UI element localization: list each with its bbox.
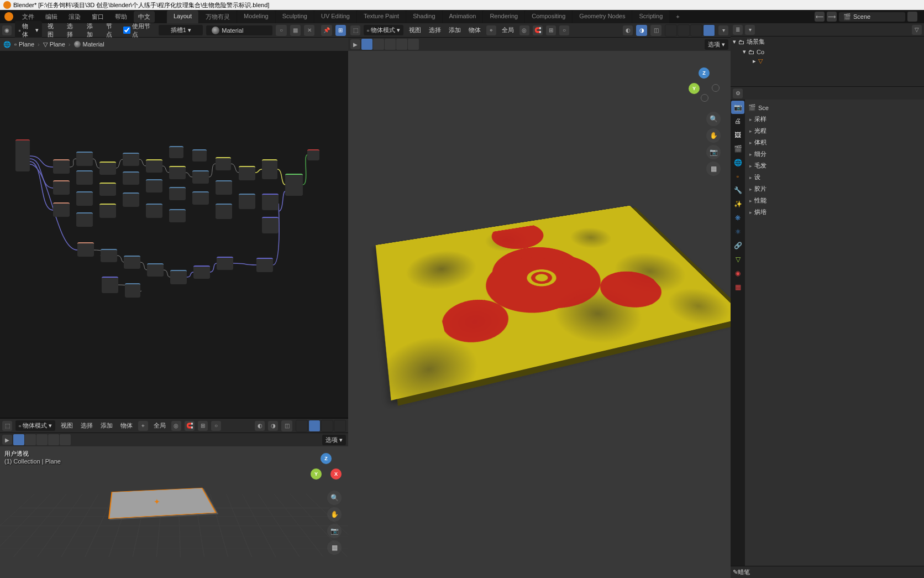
sm3[interactable]: [385, 39, 396, 50]
node-editor-canvas[interactable]: [0, 51, 348, 418]
prop-panel-采样[interactable]: ▸采样: [748, 113, 921, 125]
snap-magnet-icon[interactable]: 🧲: [533, 25, 543, 35]
prop-panel-烘培[interactable]: ▸烘培: [748, 206, 921, 218]
select-mode-5[interactable]: [60, 434, 71, 445]
gizmo-z[interactable]: Z: [699, 67, 710, 79]
vp-menu-add[interactable]: 添加: [98, 420, 115, 431]
shader-node[interactable]: [169, 209, 186, 222]
shader-node[interactable]: [123, 171, 139, 185]
prop-tab-particles[interactable]: ❋: [731, 211, 744, 225]
shader-node[interactable]: [123, 192, 139, 207]
shader-node[interactable]: [193, 265, 210, 279]
shader-node[interactable]: [101, 249, 117, 262]
gizmo-z-icon[interactable]: Z: [321, 453, 332, 464]
shader-node[interactable]: [76, 191, 93, 206]
shader-node[interactable]: [146, 179, 162, 192]
cursor-tool-icon[interactable]: ▶: [2, 435, 12, 445]
workspace-tab-rendering[interactable]: Rendering: [483, 11, 524, 23]
sm5[interactable]: [408, 39, 419, 50]
workspace-tab-layout[interactable]: Layout: [167, 11, 198, 23]
shader-node[interactable]: [262, 159, 277, 179]
pin-icon[interactable]: 📌: [321, 25, 332, 36]
nav-gizmo-main[interactable]: Z Y: [689, 67, 720, 98]
shader-node[interactable]: [239, 194, 255, 209]
prop-tab-scene[interactable]: 🎬: [731, 142, 744, 155]
orientation-icon[interactable]: ⌖: [138, 421, 148, 431]
prop-panel-设[interactable]: ▸设: [748, 171, 921, 183]
persp-icon[interactable]: ▦: [706, 162, 721, 176]
shader-node[interactable]: [146, 159, 162, 173]
vp-menu-select[interactable]: 选择: [78, 420, 95, 431]
props-breadcrumb[interactable]: 🎬 Sce: [748, 102, 921, 113]
scene-selector[interactable]: 🎬 Scene: [839, 12, 905, 22]
outliner-scene-collection[interactable]: ▾ 🗀 场景集: [731, 37, 924, 47]
outliner-tree[interactable]: ▾ 🗀 场景集 ▾ 🗀 Co ▸ ▽: [731, 37, 924, 86]
select-mode-3[interactable]: [36, 434, 48, 445]
orientation-icon[interactable]: ⌖: [486, 25, 496, 35]
gizmo-neg-x[interactable]: [712, 84, 720, 92]
workspace-tab-compositing[interactable]: Compositing: [525, 11, 572, 23]
breadcrumb-plane-obj[interactable]: ▫ Plane: [14, 41, 34, 48]
persp-icon[interactable]: ▦: [327, 540, 342, 555]
gizmo-neg-z[interactable]: [701, 94, 708, 102]
viewport-sm-canvas[interactable]: ✦ 用户透视 (1) Collection | Plane Z Y X 🔍 ✋ …: [0, 446, 348, 578]
sm1[interactable]: [361, 39, 372, 50]
shader-node[interactable]: [53, 159, 70, 174]
editor-type-3dview-icon[interactable]: ⬚: [2, 421, 12, 431]
material-selector[interactable]: Material: [206, 25, 272, 35]
outliner-collection[interactable]: ▾ 🗀 Co: [731, 47, 924, 56]
shader-node[interactable]: [77, 242, 94, 257]
editor-type-outliner-icon[interactable]: ≣: [733, 25, 743, 35]
vpm-menu-select[interactable]: 选择: [427, 25, 443, 35]
snap-mode-icon[interactable]: ⊞: [198, 421, 208, 431]
shader-node[interactable]: [53, 180, 70, 195]
shade-wire[interactable]: [296, 420, 308, 432]
workspace-tab-texture paint[interactable]: Texture Paint: [357, 11, 406, 23]
overlays-icon[interactable]: ◑: [268, 421, 278, 431]
select-mode-4[interactable]: [48, 434, 59, 445]
options-dropdown[interactable]: 选项 ▾: [322, 435, 346, 445]
shader-node[interactable]: [123, 153, 139, 166]
shader-node[interactable]: [76, 170, 93, 185]
overlay-butterfly-icon[interactable]: ◑: [636, 25, 647, 36]
prop-tab-texture[interactable]: ▦: [731, 280, 744, 294]
vpm-menu-add[interactable]: 添加: [447, 25, 463, 35]
shader-node[interactable]: [99, 162, 116, 175]
xray-main-icon[interactable]: ◫: [650, 25, 662, 36]
shade-wire-m[interactable]: [665, 24, 677, 37]
prop-panel-胶片[interactable]: ▸胶片: [748, 183, 921, 195]
breadcrumb-plane-mesh[interactable]: ▽ Plane: [43, 41, 65, 48]
zoom-icon[interactable]: 🔍: [706, 112, 721, 126]
shader-node[interactable]: [285, 174, 303, 196]
shade-solid-m[interactable]: [678, 24, 690, 37]
nav-gizmo[interactable]: Z Y X: [311, 453, 342, 484]
filter-icon[interactable]: ▽: [912, 25, 922, 35]
zoom-icon[interactable]: 🔍: [327, 491, 342, 505]
workspace-tab-uv editing[interactable]: UV Editing: [314, 11, 356, 23]
shader-node[interactable]: [53, 202, 70, 217]
shader-node[interactable]: [125, 283, 140, 298]
shade-render-m[interactable]: [703, 24, 715, 37]
prop-tab-data[interactable]: ▽: [731, 253, 744, 266]
grease-pencil-strip[interactable]: ✎ 蜡笔: [731, 566, 924, 578]
snap-icon[interactable]: ⊞: [335, 25, 346, 36]
gizmo-y[interactable]: Y: [689, 83, 700, 94]
shader-object-mode[interactable]: ▫ 物体 ▾: [15, 21, 42, 40]
sm4[interactable]: [396, 39, 407, 50]
shader-menu-add[interactable]: 添加: [85, 21, 101, 40]
outliner-mode-icon[interactable]: ▾: [745, 25, 755, 35]
gizmo-x-icon[interactable]: X: [330, 468, 342, 480]
shader-node[interactable]: [147, 263, 164, 277]
shader-node[interactable]: [239, 166, 255, 180]
shader-node[interactable]: [307, 149, 319, 160]
snap-magnet-icon[interactable]: 🧲: [185, 421, 195, 431]
shade-matprev[interactable]: [321, 420, 333, 432]
shader-node[interactable]: [216, 157, 231, 170]
shader-node[interactable]: [76, 152, 93, 166]
material-fake-user-button[interactable]: ✕: [304, 25, 314, 36]
shade-options-icon[interactable]: ▾: [718, 25, 728, 35]
snap-mode-icon[interactable]: ⊞: [546, 25, 556, 35]
shader-node[interactable]: [216, 180, 232, 195]
editor-type-shader-icon[interactable]: ◉: [2, 25, 12, 35]
prop-tab-object[interactable]: ▫: [731, 170, 744, 183]
